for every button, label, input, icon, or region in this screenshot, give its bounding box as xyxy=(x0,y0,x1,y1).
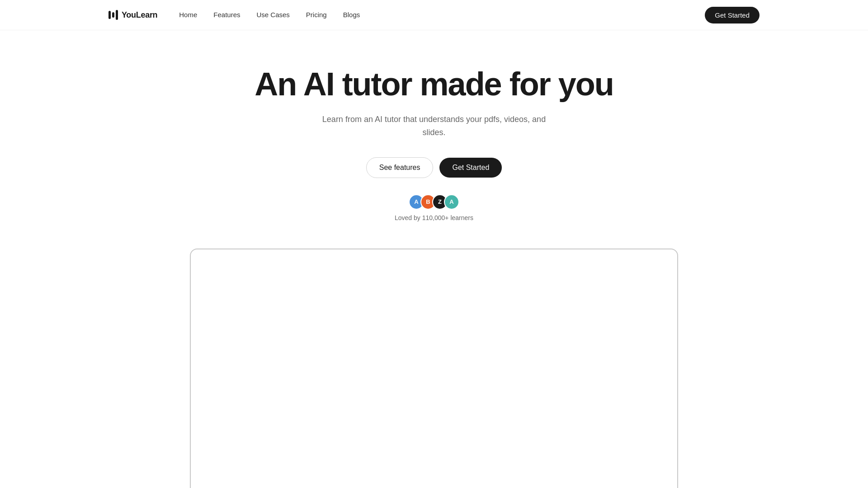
logo-bar-3 xyxy=(116,10,118,20)
navbar: YouLearn Home Features Use Cases Pricing… xyxy=(0,0,868,30)
nav-item-pricing[interactable]: Pricing xyxy=(306,11,327,19)
social-proof: A B Z A Loved by 110,000+ learners xyxy=(395,194,473,221)
device-mockup xyxy=(190,249,678,488)
hero-buttons: See features Get Started xyxy=(366,157,502,178)
nav-link-use-cases[interactable]: Use Cases xyxy=(257,11,290,19)
nav-item-home[interactable]: Home xyxy=(179,11,197,19)
brand-name: YouLearn xyxy=(122,10,157,20)
see-features-button[interactable]: See features xyxy=(366,157,434,178)
logo-bar-2 xyxy=(112,12,114,18)
nav-link-pricing[interactable]: Pricing xyxy=(306,11,327,19)
device-section xyxy=(0,249,868,488)
nav-item-blogs[interactable]: Blogs xyxy=(343,11,360,19)
avatars-group: A B Z A xyxy=(409,194,459,210)
hero-subtitle: Learn from an AI tutor that understands … xyxy=(321,113,547,139)
logo-bar-1 xyxy=(108,11,111,19)
nav-link-home[interactable]: Home xyxy=(179,11,197,19)
hero-title: An AI tutor made for you xyxy=(255,66,613,102)
loved-text: Loved by 110,000+ learners xyxy=(395,214,473,221)
nav-get-started-button[interactable]: Get Started xyxy=(705,7,760,23)
hero-section: An AI tutor made for you Learn from an A… xyxy=(0,30,868,221)
nav-link-blogs[interactable]: Blogs xyxy=(343,11,360,19)
nav-link-features[interactable]: Features xyxy=(213,11,240,19)
nav-item-features[interactable]: Features xyxy=(213,11,240,19)
avatar-4: A xyxy=(444,194,459,210)
logo-icon xyxy=(108,10,118,20)
nav-item-use-cases[interactable]: Use Cases xyxy=(257,11,290,19)
nav-links: Home Features Use Cases Pricing Blogs xyxy=(179,11,360,19)
logo[interactable]: YouLearn xyxy=(108,10,157,20)
hero-get-started-button[interactable]: Get Started xyxy=(439,158,502,178)
